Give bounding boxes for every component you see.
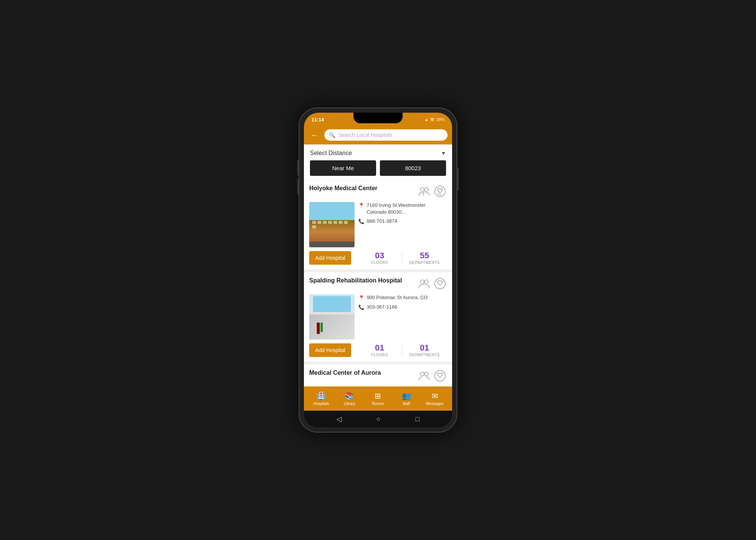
location-icon-1: 📍 (358, 202, 364, 209)
nav-item-staff[interactable]: 👥 Staff (397, 391, 416, 406)
card-body-2: 📍 900 Potomac St Aurora, CO 📞 303-367-11… (309, 294, 447, 340)
svg-point-8 (435, 371, 445, 381)
staff-nav-icon: 👥 (402, 391, 411, 400)
hospital-info-1: 📍 7160 Irving St.Westminster Colorado 80… (358, 202, 447, 247)
card-header-3: Medical Center of Aurora (309, 369, 447, 383)
phone-row-1: 📞 888-701-3874 (358, 218, 447, 225)
departments-label-2: DEPARTMENTS (402, 353, 447, 357)
status-bar: 11:14 ▲ 🛜 29% (304, 113, 452, 126)
floors-label-2: FLOORS (357, 353, 402, 357)
svg-point-6 (420, 372, 424, 376)
wifi-icon: 🛜 (430, 117, 435, 122)
hospitals-nav-label: Hospitals (313, 402, 329, 406)
floors-label-1: FLOORS (357, 261, 402, 265)
phone-heart-icon-3[interactable] (433, 369, 447, 383)
zip-code-button[interactable]: 80023 (380, 160, 446, 176)
card-icons-3 (417, 369, 447, 383)
add-hospital-btn-2[interactable]: Add Hospital (309, 343, 351, 357)
card-header-2: Spalding Rehabilitation Hospital (309, 277, 447, 290)
status-icons: ▲ 🛜 29% (424, 117, 445, 122)
floors-number-1: 03 (357, 251, 402, 260)
floors-number-2: 01 (357, 344, 402, 352)
hospital-address-2: 900 Potomac St Aurora, CO (367, 294, 428, 301)
svg-point-1 (424, 188, 428, 191)
stats-area-1: 03 FLOORS 55 DEPARTMENTS (357, 251, 447, 265)
hospital-card-3-partial: Medical Center of Aurora (304, 365, 452, 386)
search-input[interactable]: Search Local Hospitals (338, 132, 392, 138)
messages-nav-label: Messages (426, 402, 444, 406)
address-row-2: 📍 900 Potomac St Aurora, CO (358, 294, 447, 301)
content-area: Select Distance ▼ Near Me 80023 Holyoke … (304, 144, 452, 386)
departments-stat-1: 55 DEPARTMENTS (402, 251, 447, 265)
library-nav-label: Library (344, 402, 355, 406)
phone-heart-icon-1[interactable] (433, 185, 447, 198)
card-icons-1 (417, 185, 447, 198)
distance-label: Select Distance (310, 150, 352, 157)
rooms-nav-icon: ⊞ (375, 391, 381, 400)
hospital-phone-2: 303-367-1166 (367, 304, 397, 310)
hospital-name-2: Spalding Rehabilitation Hospital (309, 277, 414, 285)
messages-nav-icon: ✉ (432, 391, 438, 400)
svg-point-4 (424, 280, 428, 284)
notch (353, 113, 403, 123)
svg-point-5 (435, 278, 445, 289)
card-footer-2: Add Hospital 01 FLOORS 01 DEPARTMENTS (309, 343, 447, 357)
hospital-card-1: Holyoke Medical Center (304, 180, 452, 272)
bottom-nav: 🏥 Hospitals 📚 Library ⊞ Rooms 👥 Staff ✉ … (304, 386, 452, 411)
svg-point-3 (420, 280, 424, 284)
nav-item-rooms[interactable]: ⊞ Rooms (369, 391, 387, 406)
stats-area-2: 01 FLOORS 01 DEPARTMENTS (357, 343, 447, 357)
gesture-bar: ◁ ○ □ (304, 411, 452, 427)
svg-point-0 (420, 188, 424, 191)
departments-number-1: 55 (402, 251, 447, 260)
phone-heart-icon-2[interactable] (433, 277, 447, 290)
near-me-button[interactable]: Near Me (310, 160, 376, 176)
nav-item-hospitals[interactable]: 🏥 Hospitals (312, 391, 331, 406)
nav-item-messages[interactable]: ✉ Messages (425, 391, 444, 406)
floors-stat-1: 03 FLOORS (357, 251, 402, 265)
search-bar[interactable]: 🔍 Search Local Hospitals (324, 129, 448, 141)
staff-nav-label: Staff (403, 402, 410, 406)
back-button[interactable]: ← (308, 130, 321, 140)
distance-selector: Select Distance ▼ Near Me 80023 (304, 144, 452, 180)
departments-number-2: 01 (402, 344, 447, 352)
status-time: 11:14 (311, 117, 324, 123)
phone-row-2: 📞 303-367-1166 (358, 304, 447, 311)
add-hospital-btn-1[interactable]: Add Hospital (309, 251, 351, 265)
hospital-name-3: Medical Center of Aurora (309, 369, 414, 377)
hospital-address-1: 7160 Irving St.Westminster Colorado 8003… (367, 202, 447, 216)
svg-point-7 (424, 372, 428, 376)
staff-icon-2[interactable] (417, 277, 431, 290)
signal-icon: ▲ (424, 117, 429, 122)
phone-icon-2: 📞 (358, 304, 364, 311)
svg-point-2 (435, 186, 445, 197)
location-icon-2: 📍 (358, 295, 364, 301)
address-row-1: 📍 7160 Irving St.Westminster Colorado 80… (358, 202, 447, 216)
floors-stat-2: 01 FLOORS (357, 344, 402, 357)
card-footer-1: Add Hospital 03 FLOORS 55 DEPARTMENTS (309, 251, 447, 265)
card-header-1: Holyoke Medical Center (309, 185, 447, 198)
app-header: ← 🔍 Search Local Hospitals (304, 126, 452, 144)
card-icons-2 (417, 277, 447, 290)
staff-icon-3[interactable] (417, 369, 431, 383)
card-body-1: 📍 7160 Irving St.Westminster Colorado 80… (309, 202, 447, 247)
hospital-image-1 (309, 202, 355, 247)
back-gesture-btn[interactable]: ◁ (336, 415, 342, 423)
phone-icon-1: 📞 (358, 218, 364, 225)
hospital-card-2: Spalding Rehabilitation Hospital (304, 272, 452, 365)
distance-row: Select Distance ▼ (310, 150, 446, 157)
recent-gesture-btn[interactable]: □ (415, 415, 420, 423)
departments-stat-2: 01 DEPARTMENTS (402, 344, 447, 357)
staff-icon-1[interactable] (417, 185, 431, 198)
home-gesture-btn[interactable]: ○ (376, 415, 381, 423)
search-icon: 🔍 (329, 132, 335, 138)
rooms-nav-label: Rooms (372, 402, 384, 406)
hospital-image-2 (309, 294, 355, 340)
hospital-info-2: 📍 900 Potomac St Aurora, CO 📞 303-367-11… (358, 294, 447, 340)
hospitals-nav-icon: 🏥 (316, 391, 326, 400)
battery-icon: 29% (436, 117, 445, 122)
departments-label-1: DEPARTMENTS (402, 261, 447, 265)
dropdown-arrow-icon[interactable]: ▼ (441, 150, 446, 156)
hospital-name-1: Holyoke Medical Center (309, 185, 414, 192)
nav-item-library[interactable]: 📚 Library (340, 391, 359, 406)
